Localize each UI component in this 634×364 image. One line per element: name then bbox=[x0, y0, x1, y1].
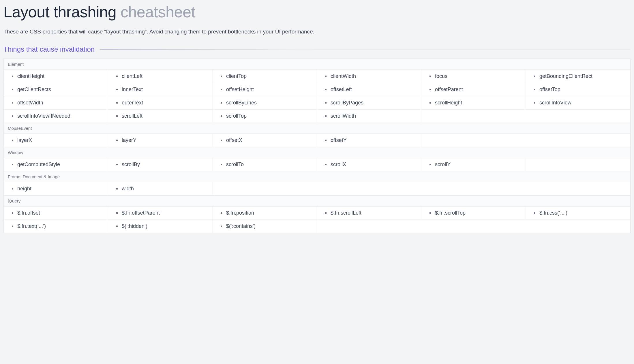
bullet-icon bbox=[12, 226, 13, 227]
list-item-label: $.fn.scrollTop bbox=[435, 210, 466, 216]
list-item-label: offsetHeight bbox=[226, 87, 254, 93]
list-item-label: offsetParent bbox=[435, 87, 463, 93]
list-item-label: scrollY bbox=[435, 162, 451, 168]
list-item: scrollByPages bbox=[317, 96, 421, 110]
list-item-label: $(‘:contains’) bbox=[226, 223, 256, 229]
bullet-icon bbox=[12, 188, 13, 189]
list-item: clientTop bbox=[213, 70, 317, 83]
list-item: offsetLeft bbox=[317, 83, 421, 96]
bullet-icon bbox=[221, 89, 222, 90]
list-item-label: offsetWidth bbox=[17, 100, 43, 106]
bullet-icon bbox=[116, 102, 118, 104]
list-item: $(‘:hidden’) bbox=[108, 220, 213, 233]
bullet-icon bbox=[116, 188, 118, 189]
group-header: Element bbox=[4, 59, 630, 70]
bullet-icon bbox=[12, 212, 13, 214]
bullet-icon bbox=[116, 140, 118, 141]
list-item-label: scrollIntoViewIfNeeded bbox=[17, 113, 70, 119]
list-item: scrollBy bbox=[108, 158, 213, 171]
group-header: jQuery bbox=[4, 195, 630, 207]
bullet-icon bbox=[116, 226, 118, 227]
list-item-label: outerText bbox=[122, 100, 143, 106]
list-item: scrollX bbox=[317, 158, 421, 171]
list-item-label: innerText bbox=[122, 87, 143, 93]
bullet-icon bbox=[221, 76, 222, 77]
page-title: Layout thrashing cheatsheet bbox=[3, 3, 631, 20]
bullet-icon bbox=[116, 76, 118, 77]
group-header: Window bbox=[4, 147, 630, 158]
bullet-icon bbox=[221, 164, 222, 165]
list-item: scrollIntoViewIfNeeded bbox=[4, 110, 108, 123]
list-item: $.fn.position bbox=[213, 207, 317, 220]
list-item-label: offsetLeft bbox=[331, 87, 352, 93]
group-grid: $.fn.offset$.fn.offsetParent$.fn.positio… bbox=[4, 207, 630, 233]
list-item-label: clientLeft bbox=[122, 73, 142, 79]
list-item: clientHeight bbox=[4, 70, 108, 83]
list-item: $.fn.css(‘...’) bbox=[526, 207, 630, 220]
list-item: getClientRects bbox=[4, 83, 108, 96]
bullet-icon bbox=[534, 102, 535, 104]
group-grid: layerXlayerYoffsetXoffsetY bbox=[4, 134, 630, 147]
bullet-icon bbox=[534, 212, 535, 214]
list-item-label: scrollIntoView bbox=[539, 100, 571, 106]
list-item-label: width bbox=[122, 186, 134, 192]
list-item-label: focus bbox=[435, 73, 447, 79]
list-item-label: scrollByPages bbox=[331, 100, 363, 106]
list-item: scrollHeight bbox=[421, 96, 526, 110]
section-heading-row: Things that cause invalidation bbox=[3, 45, 631, 53]
bullet-icon bbox=[221, 140, 222, 141]
list-item: offsetY bbox=[317, 134, 421, 147]
list-item-label: $(‘:hidden’) bbox=[122, 223, 147, 229]
bullet-icon bbox=[325, 76, 327, 77]
list-item: scrollTop bbox=[213, 110, 317, 123]
list-item-label: getBoundingClientRect bbox=[539, 73, 592, 79]
bullet-icon bbox=[325, 89, 327, 90]
list-item: focus bbox=[421, 70, 526, 83]
list-item-label: offsetY bbox=[331, 137, 347, 143]
list-item: scrollTo bbox=[213, 158, 317, 171]
bullet-icon bbox=[429, 102, 431, 104]
list-item: offsetX bbox=[213, 134, 317, 147]
list-item: offsetWidth bbox=[4, 96, 108, 110]
bullet-icon bbox=[12, 115, 13, 117]
bullet-icon bbox=[116, 89, 118, 90]
list-item: $.fn.offset bbox=[4, 207, 108, 220]
list-item-label: $.fn.offset bbox=[17, 210, 40, 216]
bullet-icon bbox=[221, 226, 222, 227]
list-item: clientWidth bbox=[317, 70, 421, 83]
list-item-label: scrollLeft bbox=[122, 113, 142, 119]
list-item: innerText bbox=[108, 83, 213, 96]
list-item: height bbox=[4, 182, 108, 195]
list-item-label: $.fn.css(‘...’) bbox=[539, 210, 567, 216]
bullet-icon bbox=[116, 164, 118, 165]
list-item-label: scrollHeight bbox=[435, 100, 462, 106]
list-item-label: layerY bbox=[122, 137, 136, 143]
bullet-icon bbox=[534, 76, 535, 77]
bullet-icon bbox=[221, 212, 222, 214]
list-item-label: scrollTo bbox=[226, 162, 244, 168]
list-item: $.fn.offsetParent bbox=[108, 207, 213, 220]
bullet-icon bbox=[12, 89, 13, 90]
group-grid: getComputedStylescrollByscrollToscrollXs… bbox=[4, 158, 630, 171]
bullet-icon bbox=[325, 164, 327, 165]
list-item: $(‘:contains’) bbox=[213, 220, 317, 233]
list-item-label: scrollX bbox=[331, 162, 346, 168]
list-item: $.fn.scrollLeft bbox=[317, 207, 421, 220]
list-item: offsetHeight bbox=[213, 83, 317, 96]
list-item-label: offsetX bbox=[226, 137, 242, 143]
bullet-icon bbox=[325, 115, 327, 117]
list-item: $.fn.scrollTop bbox=[421, 207, 526, 220]
list-item: clientLeft bbox=[108, 70, 213, 83]
bullet-icon bbox=[12, 140, 13, 141]
list-item-label: scrollBy bbox=[122, 162, 140, 168]
list-item: scrollLeft bbox=[108, 110, 213, 123]
list-item: scrollByLines bbox=[213, 96, 317, 110]
list-item-label: clientHeight bbox=[17, 73, 44, 79]
list-item: getComputedStyle bbox=[4, 158, 108, 171]
bullet-icon bbox=[534, 89, 535, 90]
bullet-icon bbox=[429, 212, 431, 214]
group-header: MouseEvent bbox=[4, 123, 630, 134]
list-item-label: clientWidth bbox=[331, 73, 356, 79]
invalidation-table: ElementclientHeightclientLeftclientTopcl… bbox=[3, 59, 631, 233]
bullet-icon bbox=[12, 102, 13, 104]
